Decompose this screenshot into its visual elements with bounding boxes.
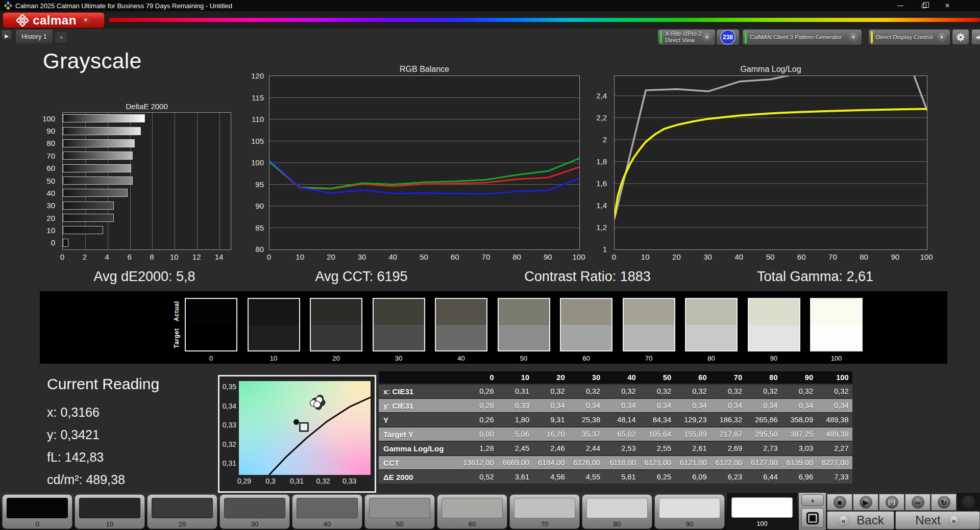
table-cell: 25,38 <box>569 413 604 426</box>
band-swatch-level: 80 <box>685 355 738 362</box>
band-swatch-actual <box>499 299 549 325</box>
pattern-button-80[interactable]: 80 <box>582 494 652 529</box>
table-row: ΔE 20000,523,614,564,555,816,256,096,236… <box>379 470 852 484</box>
meter-status-accent <box>660 31 662 43</box>
table-row-label: Gamma Log/Log <box>379 442 462 455</box>
cie-x-tick: 0,32 <box>313 477 333 485</box>
table-header-cell: 50 <box>640 371 675 384</box>
chevron-down-icon[interactable]: ▼ <box>848 32 859 42</box>
pattern-generator-dropdown[interactable]: CalMAN Client 3 Pattern Generator ▼ <box>742 29 862 45</box>
pattern-level-label: 30 <box>220 520 289 528</box>
current-reading-panel: Current Reading x: 0,3166 y: 0,3421 fL: … <box>47 375 159 491</box>
deltae-x-tick: 12 <box>185 253 208 261</box>
rgb-balance-y-axis: 12011511010510095908580 <box>246 75 266 250</box>
y-tick-label: 2,4 <box>586 92 607 99</box>
collapse-panel-button[interactable]: ◀ <box>971 29 980 45</box>
gamma-chart <box>614 75 927 250</box>
restore-icon[interactable] <box>913 0 935 11</box>
y-tick-label: 2 <box>586 136 607 143</box>
x-tick-label: 20 <box>665 253 688 261</box>
cie-y-axis: 0,350,340,330,320,31 <box>219 381 237 475</box>
pattern-button-30[interactable]: 30 <box>219 494 290 529</box>
band-swatch-level: 100 <box>810 355 863 362</box>
add-tab-button[interactable]: + <box>55 31 68 43</box>
gamma-x-axis: 0102030405060708090100 <box>614 253 927 262</box>
band-swatch <box>623 298 675 351</box>
table-header-cell <box>379 371 462 384</box>
band-swatch-target <box>186 325 236 351</box>
band-swatch-actual <box>749 299 799 325</box>
pattern-swatch <box>7 498 68 518</box>
meter-reading-badge[interactable]: 238 <box>720 30 736 45</box>
y-tick-label: 110 <box>243 115 264 123</box>
pattern-button-40[interactable]: 40 <box>292 494 362 529</box>
cie-y-tick: 0,33 <box>218 421 236 429</box>
deltae-gridline <box>197 113 198 249</box>
close-icon[interactable]: ✕ <box>936 0 959 11</box>
back-label: Back <box>856 513 884 527</box>
tab-history-1[interactable]: History 1 <box>15 29 53 43</box>
stop-button[interactable]: ■ <box>827 494 852 511</box>
play-button[interactable]: ▶ <box>853 494 878 511</box>
next-button[interactable]: Next » <box>895 511 980 529</box>
meter-dropdown[interactable]: X-Rite i1Pro 2 Direct View ▼ <box>657 29 716 45</box>
pattern-swatch <box>224 498 285 518</box>
pattern-swatch <box>514 498 575 518</box>
pattern-button-20[interactable]: 20 <box>147 494 217 529</box>
table-cell: 2,61 <box>675 442 710 455</box>
rgb-balance-x-axis: 0102030405060708090100 <box>269 253 580 262</box>
table-cell: 186,32 <box>710 413 746 426</box>
chevron-down-icon[interactable]: ▼ <box>702 32 712 42</box>
table-cell: 489,38 <box>817 427 852 441</box>
chevron-down-icon[interactable]: ▼ <box>937 32 947 42</box>
table-row: CCT13612,006669,006184,006126,006118,006… <box>379 456 852 469</box>
x-tick-label: 0 <box>258 253 280 261</box>
pattern-button-90[interactable]: 90 <box>654 494 725 529</box>
pattern-level-label: 70 <box>510 520 579 528</box>
x-tick-label: 40 <box>728 253 750 261</box>
expand-pattern-bar-button[interactable]: ▲ <box>801 494 824 506</box>
calman-menu-button[interactable]: calman ▼ <box>3 12 105 28</box>
x-tick-label: 90 <box>884 253 906 261</box>
settings-button[interactable] <box>952 29 969 45</box>
table-cell: 217,87 <box>710 427 746 441</box>
band-row-label-target: Target <box>169 324 184 351</box>
play-icon: ▶ <box>860 496 872 509</box>
calman-wordmark: calman <box>33 14 77 27</box>
page-title: Grayscale <box>43 49 142 73</box>
display-control-dropdown[interactable]: Direct Display Control ▼ <box>868 29 950 45</box>
chevron-down-icon[interactable]: ▼ <box>81 15 91 26</box>
band-swatch-target <box>561 325 611 351</box>
meter-mode: Direct View <box>665 37 695 43</box>
cie-chromaticity-chart: 0,350,340,330,320,31 0,290,30,310,320,33 <box>218 375 376 493</box>
cie-plot-area <box>239 381 371 475</box>
pattern-button-100[interactable]: 100 <box>727 493 797 530</box>
pattern-window-button[interactable] <box>801 508 824 528</box>
table-cell: 6126,00 <box>569 456 604 469</box>
table-cell: 13612,00 <box>462 456 498 469</box>
deltae-x-tick: 10 <box>163 253 185 261</box>
refresh-button[interactable]: ↻ <box>931 494 957 511</box>
table-cell: 0,34 <box>640 399 675 412</box>
table-cell: 0,33 <box>498 399 533 412</box>
minimize-icon[interactable]: — <box>889 0 912 11</box>
pattern-button-50[interactable]: 50 <box>364 494 435 529</box>
pattern-button-60[interactable]: 60 <box>437 494 507 529</box>
deltae-x-tick: 6 <box>118 253 141 261</box>
table-header-cell: 60 <box>675 371 710 384</box>
step-button[interactable]: [··] <box>879 494 904 511</box>
pattern-swatch <box>731 497 793 518</box>
pattern-button-10[interactable]: 10 <box>75 494 145 529</box>
band-swatch-actual <box>186 299 236 325</box>
tab-scroll-button[interactable]: ▶ <box>1 30 12 42</box>
deltae-gridline <box>175 113 175 249</box>
table-cell: 6121,00 <box>675 456 710 469</box>
band-swatch-level: 70 <box>623 355 675 362</box>
table-cell: 129,23 <box>675 413 710 426</box>
back-button[interactable]: « Back <box>827 511 894 529</box>
deltae-bar <box>63 201 114 210</box>
continuous-button[interactable]: ∞ <box>905 494 930 511</box>
pattern-button-0[interactable]: 0 <box>2 494 72 529</box>
pattern-button-70[interactable]: 70 <box>509 494 580 529</box>
table-cell: 0,32 <box>817 385 852 398</box>
